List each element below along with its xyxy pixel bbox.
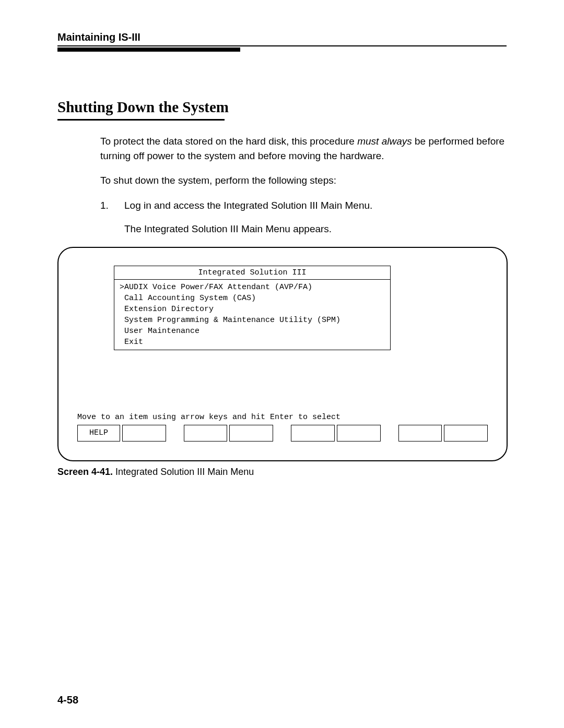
caption-label: Screen 4-41. bbox=[57, 467, 113, 477]
paragraph-1: To protect the data stored on the hard d… bbox=[100, 134, 507, 163]
menu-window: >AUDIX Voice Power/FAX Attendant (AVP/FA… bbox=[114, 279, 391, 350]
menu-item-exit[interactable]: Exit bbox=[120, 338, 143, 347]
status-line: Move to an item using arrow keys and hit… bbox=[77, 413, 488, 422]
fkey-f3[interactable] bbox=[184, 425, 228, 441]
fkey-f6[interactable] bbox=[337, 425, 381, 441]
paragraph-1-emph: must always bbox=[357, 136, 412, 147]
fkey-row: HELP bbox=[77, 425, 488, 441]
fkey-f1-help[interactable]: HELP bbox=[77, 425, 120, 441]
section-heading: Shutting Down the System bbox=[57, 99, 507, 119]
menu-item-ext-dir[interactable]: Extension Directory bbox=[120, 305, 214, 314]
step-1-number: 1. bbox=[100, 198, 124, 236]
header-band bbox=[57, 47, 240, 52]
menu-item-audix[interactable]: >AUDIX Voice Power/FAX Attendant (AVP/FA… bbox=[120, 283, 312, 292]
running-header: Maintaining IS-III bbox=[57, 31, 507, 45]
fkey-f4[interactable] bbox=[229, 425, 273, 441]
terminal-screenshot: Integrated Solution III >AUDIX Voice Pow… bbox=[57, 247, 508, 461]
paragraph-2: To shut down the system, perform the fol… bbox=[100, 173, 507, 188]
menu-item-user-maint[interactable]: User Maintenance bbox=[120, 327, 199, 336]
caption-text: Integrated Solution III Main Menu bbox=[113, 467, 254, 477]
fkey-f8[interactable] bbox=[444, 425, 488, 441]
step-1-text: Log in and access the Integrated Solutio… bbox=[124, 198, 507, 213]
menu-item-cas[interactable]: Call Accounting System (CAS) bbox=[120, 294, 256, 303]
fkey-f7[interactable] bbox=[398, 425, 442, 441]
step-1: 1. Log in and access the Integrated Solu… bbox=[100, 198, 507, 236]
page-number: 4-58 bbox=[57, 694, 78, 706]
step-1-subtext: The Integrated Solution III Main Menu ap… bbox=[124, 222, 507, 236]
figure-caption: Screen 4-41. Integrated Solution III Mai… bbox=[57, 467, 507, 478]
fkey-f2[interactable] bbox=[122, 425, 166, 441]
section-underline bbox=[57, 119, 225, 121]
fkey-f5[interactable] bbox=[291, 425, 335, 441]
menu-item-spm[interactable]: System Programming & Maintenance Utility… bbox=[120, 316, 340, 325]
paragraph-1a: To protect the data stored on the hard d… bbox=[100, 136, 357, 147]
header-rule bbox=[57, 45, 507, 46]
window-title: Integrated Solution III bbox=[114, 266, 391, 279]
